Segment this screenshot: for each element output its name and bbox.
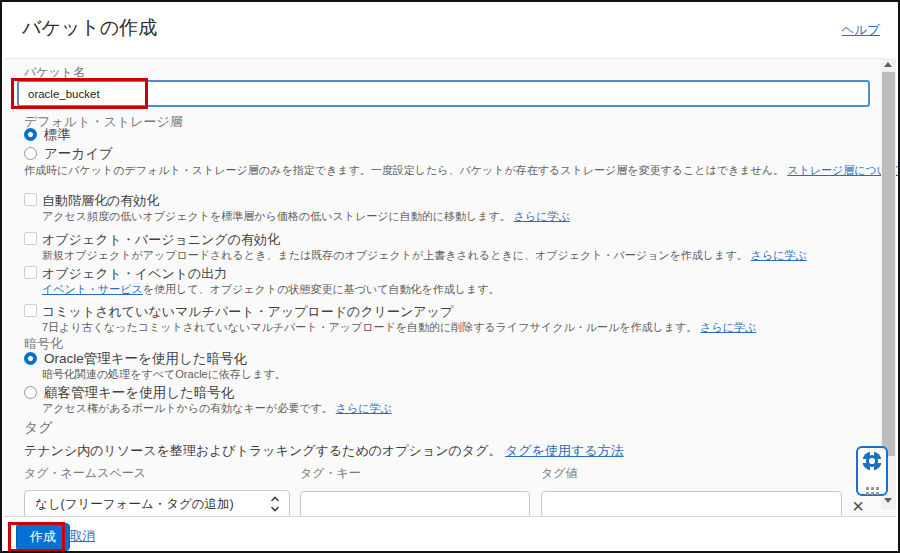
radio-unselected-icon bbox=[24, 386, 37, 399]
radio-oracle-managed-keys[interactable]: Oracle管理キーを使用した暗号化 bbox=[24, 350, 247, 366]
dialog-body: バケット名 デフォルト・ストレージ層 標準 アーカイブ 作成時にバケットのデフォ… bbox=[4, 58, 896, 516]
radio-customer-managed-keys[interactable]: 顧客管理キーを使用した暗号化 bbox=[24, 384, 234, 400]
tag-value-label: タグ値 bbox=[541, 465, 578, 482]
scroll-up-icon[interactable] bbox=[884, 62, 892, 67]
tag-value-input[interactable] bbox=[541, 491, 842, 518]
learn-more-link[interactable]: さらに学ぶ bbox=[700, 321, 756, 333]
checkbox-object-versioning[interactable] bbox=[24, 232, 37, 245]
option-label: オブジェクト・バージョニングの有効化 bbox=[42, 231, 280, 249]
option-description: 新規オブジェクトがアップロードされるとき、または既存のオブジェクトが上書きされる… bbox=[42, 248, 807, 263]
learn-more-link[interactable]: さらに学ぶ bbox=[514, 210, 570, 222]
events-service-link[interactable]: イベント・サービス bbox=[42, 283, 143, 295]
option-description: 7日より古くなったコミットされていないマルチパート・アップロードを自動的に削除す… bbox=[42, 320, 756, 335]
radio-selected-icon bbox=[24, 128, 37, 141]
radio-archive-label: アーカイブ bbox=[44, 146, 113, 161]
tags-section-label: タグ bbox=[24, 419, 53, 437]
option-label: 自動階層化の有効化 bbox=[42, 192, 159, 210]
option-label: オブジェクト・イベントの出力 bbox=[42, 265, 227, 283]
bucket-name-label: バケット名 bbox=[24, 64, 85, 81]
scroll-down-icon[interactable] bbox=[884, 498, 892, 503]
help-link[interactable]: ヘルプ bbox=[842, 22, 880, 39]
floating-help-widget[interactable] bbox=[856, 446, 888, 496]
remove-tag-row-icon[interactable]: × bbox=[847, 495, 869, 517]
tag-namespace-label: タグ・ネームスペース bbox=[24, 465, 146, 482]
customer-keys-label: 顧客管理キーを使用した暗号化 bbox=[44, 385, 234, 400]
scrollbar-thumb[interactable] bbox=[882, 72, 895, 456]
checkbox-emit-object-events[interactable] bbox=[24, 266, 37, 279]
dialog-footer: 作成 取消 bbox=[4, 516, 896, 549]
tag-namespace-selected-value: なし(フリーフォーム・タグの追加) bbox=[35, 497, 234, 511]
customer-keys-description: アクセス権があるボールトからの有効なキーが必要です。 さらに学ぶ bbox=[42, 401, 392, 416]
how-to-use-tags-link[interactable]: タグを使用する方法 bbox=[505, 443, 624, 458]
checkbox-auto-tiering[interactable] bbox=[24, 193, 37, 206]
life-buoy-icon bbox=[861, 450, 883, 472]
cancel-link[interactable]: 取消 bbox=[70, 528, 95, 545]
storage-tier-note: 作成時にバケットのデフォルト・ストレージ層のみを指定できます。一度設定したら、バ… bbox=[24, 163, 900, 178]
oracle-keys-description: 暗号化関連の処理をすべてOracleに依存します。 bbox=[42, 367, 286, 382]
bucket-name-input[interactable] bbox=[17, 80, 870, 107]
dialog-header: バケットの作成 ヘルプ bbox=[2, 2, 898, 57]
create-button[interactable]: 作成 bbox=[16, 523, 70, 551]
checkbox-multipart-cleanup[interactable] bbox=[24, 304, 37, 317]
radio-selected-icon bbox=[24, 352, 37, 365]
tag-key-label: タグ・キー bbox=[300, 465, 361, 482]
tags-intro: テナンシ内のリソースを整理およびトラッキングするためのオプションのタグ。 タグを… bbox=[24, 442, 624, 460]
vertical-scrollbar[interactable] bbox=[881, 58, 896, 509]
drag-handle-dots-icon[interactable] bbox=[866, 487, 879, 495]
option-description: アクセス頻度の低いオブジェクトを標準層から価格の低いストレージに自動的に移動しま… bbox=[42, 209, 570, 224]
radio-archive-tier[interactable]: アーカイブ bbox=[24, 145, 113, 161]
page-title: バケットの作成 bbox=[22, 15, 157, 41]
radio-unselected-icon bbox=[24, 147, 37, 160]
tag-key-input[interactable] bbox=[300, 491, 530, 518]
radio-standard-label: 標準 bbox=[44, 127, 71, 142]
tag-namespace-select[interactable]: なし(フリーフォーム・タグの追加) bbox=[24, 490, 290, 518]
create-bucket-dialog: バケットの作成 ヘルプ バケット名 デフォルト・ストレージ層 標準 アーカイブ … bbox=[0, 0, 900, 553]
option-label: コミットされていないマルチパート・アップロードのクリーンアップ bbox=[42, 303, 453, 321]
radio-standard-tier[interactable]: 標準 bbox=[24, 126, 71, 142]
oracle-keys-label: Oracle管理キーを使用した暗号化 bbox=[44, 351, 247, 366]
option-description: イベント・サービスを使用して、オブジェクトの状態変更に基づいて自動化を作成します… bbox=[42, 282, 499, 297]
learn-more-link[interactable]: さらに学ぶ bbox=[336, 402, 392, 414]
learn-more-link[interactable]: さらに学ぶ bbox=[751, 249, 807, 261]
